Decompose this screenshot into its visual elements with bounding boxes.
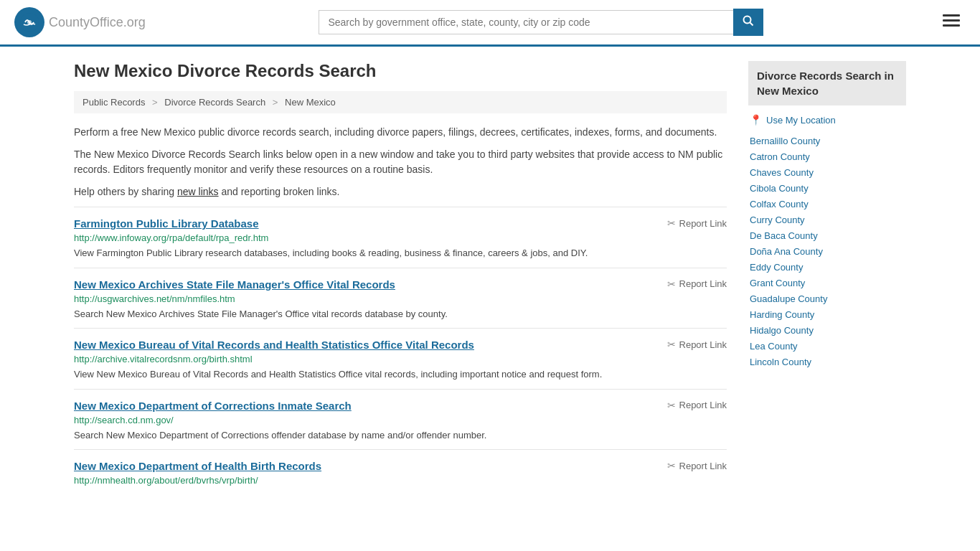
county-link[interactable]: Colfax County xyxy=(750,199,809,209)
header: CountyOffice.org xyxy=(0,0,980,47)
list-item: De Baca County xyxy=(748,227,906,243)
result-header: New Mexico Department of Health Birth Re… xyxy=(74,460,727,472)
result-url: http://nmhealth.org/about/erd/bvrhs/vrp/… xyxy=(74,475,727,486)
county-link[interactable]: Eddy County xyxy=(750,262,803,273)
report-link-label: Report Link xyxy=(679,218,727,229)
search-button[interactable] xyxy=(733,9,763,36)
breadcrumb-link-public-records[interactable]: Public Records xyxy=(83,97,145,108)
report-link-label: Report Link xyxy=(679,400,727,410)
county-link[interactable]: Chaves County xyxy=(750,167,814,178)
county-link[interactable]: Lincoln County xyxy=(750,357,811,367)
svg-rect-5 xyxy=(943,19,960,22)
county-link[interactable]: Curry County xyxy=(750,215,805,225)
result-url: http://usgwarchives.net/nm/nmfiles.htm xyxy=(74,293,727,304)
result-item: New Mexico Department of Health Birth Re… xyxy=(74,449,727,496)
breadcrumb-link-divorce-records[interactable]: Divorce Records Search xyxy=(164,97,265,108)
report-icon: ✂ xyxy=(667,400,676,411)
sidebar: Divorce Records Search in New Mexico 📍 U… xyxy=(748,61,906,496)
location-pin-icon: 📍 xyxy=(750,114,762,126)
result-header: New Mexico Bureau of Vital Records and H… xyxy=(74,339,727,351)
list-item: Chaves County xyxy=(748,164,906,180)
result-item: New Mexico Archives State File Manager's… xyxy=(74,268,727,329)
county-link[interactable]: Lea County xyxy=(750,341,798,352)
result-title[interactable]: New Mexico Department of Health Birth Re… xyxy=(74,460,321,472)
result-header: Farmington Public Library Database ✂ Rep… xyxy=(74,217,727,230)
report-icon: ✂ xyxy=(667,278,676,290)
list-item: Guadalupe County xyxy=(748,291,906,306)
county-link[interactable]: Cibola County xyxy=(750,183,809,194)
list-item: Harding County xyxy=(748,306,906,322)
main-container: New Mexico Divorce Records Search Public… xyxy=(60,47,920,510)
result-title[interactable]: New Mexico Archives State File Manager's… xyxy=(74,278,395,291)
result-title[interactable]: Farmington Public Library Database xyxy=(74,217,259,230)
report-link-button[interactable]: ✂ Report Link xyxy=(667,400,727,411)
desc-3-prefix: Help others by sharing xyxy=(74,186,177,197)
use-my-location-button[interactable]: 📍 Use My Location xyxy=(748,114,906,126)
county-link[interactable]: Harding County xyxy=(750,309,814,320)
result-desc: Search New Mexico Department of Correcti… xyxy=(74,428,727,443)
county-link[interactable]: Hidalgo County xyxy=(750,325,814,336)
list-item: Cibola County xyxy=(748,180,906,196)
sidebar-title: Divorce Records Search in New Mexico xyxy=(748,61,906,105)
logo-icon xyxy=(14,7,44,37)
list-item: Eddy County xyxy=(748,259,906,275)
svg-point-2 xyxy=(744,17,751,24)
breadcrumb: Public Records > Divorce Records Search … xyxy=(74,91,727,113)
report-link-button[interactable]: ✂ Report Link xyxy=(667,460,727,471)
list-item: Lincoln County xyxy=(748,354,906,369)
svg-line-3 xyxy=(750,23,753,26)
county-link[interactable]: Catron County xyxy=(750,151,810,162)
result-desc: View Farmington Public Library research … xyxy=(74,246,727,260)
report-link-label: Report Link xyxy=(679,461,727,471)
result-desc: Search New Mexico Archives State File Ma… xyxy=(74,307,727,321)
result-header: New Mexico Department of Corrections Inm… xyxy=(74,400,727,412)
result-url: http://www.infoway.org/rpa/default/rpa_r… xyxy=(74,232,727,243)
list-item: Lea County xyxy=(748,338,906,354)
county-link[interactable]: Doña Ana County xyxy=(750,246,823,257)
report-icon: ✂ xyxy=(667,217,676,229)
list-item: Hidalgo County xyxy=(748,322,906,338)
list-item: Colfax County xyxy=(748,196,906,212)
county-link[interactable]: Bernalillo County xyxy=(750,136,820,146)
county-link[interactable]: Grant County xyxy=(750,278,805,288)
breadcrumb-link-new-mexico[interactable]: New Mexico xyxy=(285,97,336,108)
county-link[interactable]: Guadalupe County xyxy=(750,293,827,304)
report-link-button[interactable]: ✂ Report Link xyxy=(667,278,727,290)
new-links-link[interactable]: new links xyxy=(177,186,219,197)
result-item: Farmington Public Library Database ✂ Rep… xyxy=(74,207,727,268)
list-item: Grant County xyxy=(748,275,906,291)
list-item: Curry County xyxy=(748,212,906,227)
logo-area: CountyOffice.org xyxy=(14,7,146,37)
page-title: New Mexico Divorce Records Search xyxy=(74,61,727,81)
result-title[interactable]: New Mexico Bureau of Vital Records and H… xyxy=(74,339,474,351)
result-url: http://archive.vitalrecordsnm.org/birth.… xyxy=(74,354,727,364)
list-item: Doña Ana County xyxy=(748,243,906,259)
logo-brand: CountyOffice xyxy=(49,15,123,29)
report-link-label: Report Link xyxy=(679,278,727,289)
report-link-label: Report Link xyxy=(679,339,727,350)
report-link-button[interactable]: ✂ Report Link xyxy=(667,217,727,229)
desc-para-3: Help others by sharing new links and rep… xyxy=(74,184,727,199)
use-my-location-label: Use My Location xyxy=(766,115,836,126)
search-input[interactable] xyxy=(319,10,733,34)
county-link[interactable]: De Baca County xyxy=(750,230,818,241)
search-area xyxy=(319,9,763,36)
result-title[interactable]: New Mexico Department of Corrections Inm… xyxy=(74,400,352,412)
result-url: http://search.cd.nm.gov/ xyxy=(74,415,727,425)
results-list: Farmington Public Library Database ✂ Rep… xyxy=(74,207,727,496)
report-icon: ✂ xyxy=(667,339,676,350)
desc-3-suffix: and reporting broken links. xyxy=(219,186,340,197)
logo-tld: .org xyxy=(123,15,146,29)
report-link-button[interactable]: ✂ Report Link xyxy=(667,339,727,350)
report-icon: ✂ xyxy=(667,460,676,471)
svg-rect-4 xyxy=(943,14,960,17)
breadcrumb-sep-1: > xyxy=(152,97,158,108)
logo-text: CountyOffice.org xyxy=(49,15,146,30)
breadcrumb-sep-2: > xyxy=(273,97,278,108)
result-item: New Mexico Department of Corrections Inm… xyxy=(74,389,727,450)
county-list: Bernalillo County Catron County Chaves C… xyxy=(748,133,906,369)
list-item: Catron County xyxy=(748,149,906,164)
svg-rect-6 xyxy=(943,24,960,27)
result-desc: View New Mexico Bureau of Vital Records … xyxy=(74,367,727,382)
hamburger-button[interactable] xyxy=(937,10,966,34)
